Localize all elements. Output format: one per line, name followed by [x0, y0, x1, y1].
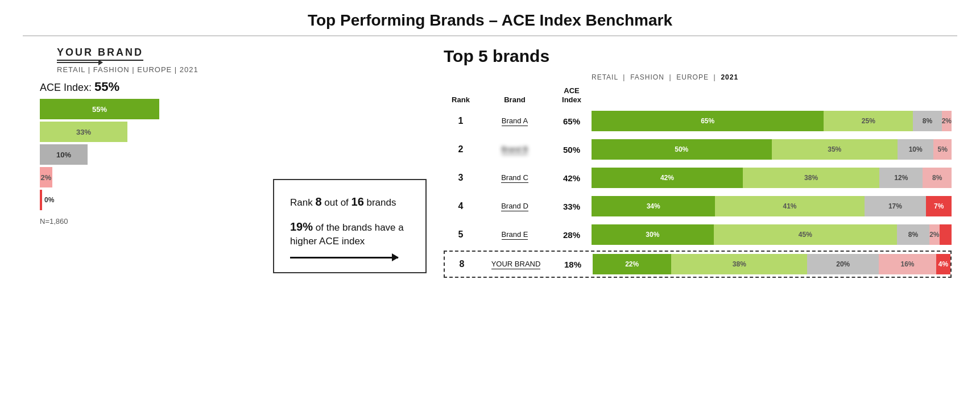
brand-cell: YOUR BRAND [479, 260, 553, 269]
right-header: Top 5 brands [444, 47, 952, 66]
brand-name: Brand D [501, 202, 528, 211]
col-rank-header: Rank [444, 95, 478, 104]
brand-name: Brand A [502, 116, 528, 126]
bar-fill: 55% [40, 99, 159, 119]
brand-cell: Brand B [478, 145, 552, 155]
rank-number: 8 [315, 195, 321, 208]
pct-text: 19% of the brands have a higher ACE inde… [290, 219, 410, 248]
bar-chart: 55%33%10%2%0% [40, 99, 250, 210]
bars-cell: 30%45%8%2% [592, 224, 952, 245]
brand-cell: Brand E [478, 230, 552, 240]
brand-name: Brand C [501, 173, 528, 183]
rank-text: Rank 8 out of 16 brands [290, 194, 410, 210]
ace-cell: 33% [552, 202, 592, 211]
bar-segment: 12% [879, 168, 923, 188]
table-header: Rank Brand ACEIndex [444, 86, 952, 105]
rank-cell: 5 [444, 230, 478, 240]
page-title: Top Performing Brands – ACE Index Benchm… [23, 11, 957, 30]
rank-arrow-line [290, 257, 398, 258]
brand-name-text: YOUR BRAND [57, 47, 143, 61]
table-row: 5Brand E28%30%45%8%2% [444, 222, 952, 247]
bar-segment: 10% [898, 139, 933, 160]
bars-cell: 65%25%8%2% [592, 111, 952, 131]
bar-row: 0% [40, 190, 250, 210]
middle-panel: Rank 8 out of 16 brands 19% of the brand… [262, 47, 438, 406]
table-row: 1Brand A65%65%25%8%2% [444, 109, 952, 134]
brand-name: YOUR BRAND [491, 260, 541, 269]
rank-cell: 1 [444, 116, 478, 126]
bar-segment: 22% [593, 254, 671, 274]
brand-arrow-line [57, 62, 102, 63]
n-label: N=1,860 [40, 217, 250, 226]
ace-cell: 18% [553, 260, 593, 269]
brand-cell: Brand C [478, 173, 552, 183]
table-row: 4Brand D33%34%41%17%7% [444, 194, 952, 219]
col-ace-header: ACEIndex [552, 86, 592, 104]
right-panel: Top 5 brands RETAIL | FASHION | EUROPE |… [438, 47, 957, 406]
brand-name-box: YOUR BRAND [57, 47, 250, 63]
bar-segment: 8% [897, 224, 929, 245]
bar-segment: 30% [592, 224, 714, 245]
ace-cell: 42% [552, 173, 592, 183]
bar-segment: 8% [913, 111, 941, 131]
bar-segment: 38% [743, 168, 880, 188]
pct-value: 19% [290, 220, 313, 233]
bar-segment: 45% [714, 224, 897, 245]
bar-segment: 65% [592, 111, 824, 131]
table-row: 2Brand B50%50%35%10%5% [444, 137, 952, 162]
bar-segment: 16% [879, 254, 936, 274]
rank-cell: 4 [444, 201, 478, 211]
brand-name: Brand E [502, 230, 528, 240]
brand-name: Brand B [502, 145, 528, 155]
bar-row: 55% [40, 99, 250, 119]
main-content: YOUR BRAND RETAIL | FASHION | EUROPE | 2… [23, 47, 957, 406]
ace-cell: 28% [552, 230, 592, 240]
right-meta: RETAIL | FASHION | EUROPE | 2021 [444, 72, 952, 82]
rank-cell: 8 [445, 259, 479, 269]
divider [23, 35, 957, 36]
bar-row: 2% [40, 167, 250, 187]
left-panel: YOUR BRAND RETAIL | FASHION | EUROPE | 2… [23, 47, 262, 406]
total-brands: 16 [352, 195, 364, 208]
ace-index-label: ACE Index: 55% [40, 80, 250, 94]
bar-segment: 5% [933, 139, 952, 160]
bar-label: 0% [44, 196, 54, 204]
table-row: 3Brand C42%42%38%12%8% [444, 165, 952, 190]
bar-segment: 50% [592, 139, 772, 160]
bars-cell: 34%41%17%7% [592, 196, 952, 216]
ace-cell: 65% [552, 116, 592, 126]
bar-segment: 20% [807, 254, 879, 274]
bar-segment [940, 224, 952, 245]
bar-fill: 2% [40, 167, 52, 187]
left-subtitle: RETAIL | FASHION | EUROPE | 2021 [57, 65, 250, 74]
bar-segment: 34% [592, 196, 715, 216]
brand-arrow [57, 62, 102, 63]
ace-index-value: 55% [94, 80, 119, 94]
bar-segment: 8% [923, 168, 952, 188]
bar-fill: 10% [40, 144, 88, 165]
right-subtitle: RETAIL | FASHION | EUROPE | 2021 [592, 73, 738, 81]
bars-cell: 22%38%20%16%4% [593, 254, 950, 274]
bar-segment: 41% [715, 196, 864, 216]
bar-segment: 38% [671, 254, 807, 274]
top5-title: Top 5 brands [444, 47, 549, 66]
rank-cell: 2 [444, 144, 478, 155]
rank-cell: 3 [444, 173, 478, 183]
bar-row: 33% [40, 122, 250, 142]
bars-cell: 42%38%12%8% [592, 168, 952, 188]
bar-segment: 42% [592, 168, 743, 188]
ace-cell: 50% [552, 145, 592, 155]
page-container: Top Performing Brands – ACE Index Benchm… [0, 0, 980, 417]
bar-row: 10% [40, 144, 250, 165]
bar-segment: 2% [929, 224, 939, 245]
bar-segment: 35% [772, 139, 898, 160]
bar-segment: 17% [865, 196, 927, 216]
table-row: 8YOUR BRAND18%22%38%20%16%4% [444, 251, 952, 278]
brand-cell: Brand D [478, 202, 552, 211]
bars-cell: 50%35%10%5% [592, 139, 952, 160]
col-brand-header: Brand [478, 95, 552, 104]
rank-box: Rank 8 out of 16 brands 19% of the brand… [273, 179, 427, 274]
bar-segment: 25% [824, 111, 913, 131]
bar-segment: 7% [926, 196, 952, 216]
bar-segment: 2% [942, 111, 952, 131]
